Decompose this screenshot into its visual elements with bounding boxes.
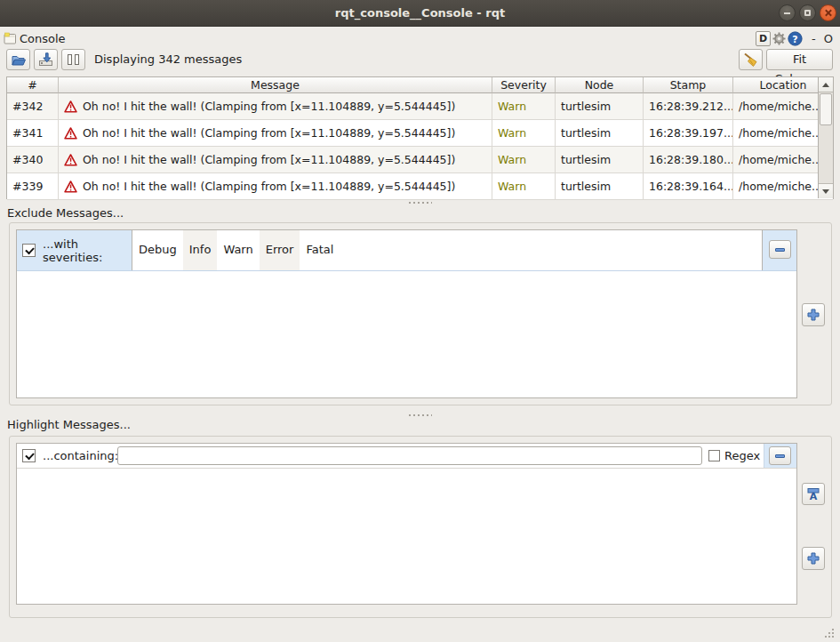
severity-option-warn[interactable]: Warn	[217, 230, 259, 270]
save-messages-button[interactable]	[34, 49, 58, 70]
column-header-message[interactable]: Message	[59, 77, 492, 93]
dock-d-button[interactable]: D	[756, 31, 771, 46]
pause-button[interactable]	[61, 49, 85, 70]
load-messages-button[interactable]	[6, 49, 30, 70]
severity-option-fatal[interactable]: Fatal	[300, 230, 340, 270]
add-highlight-filter-button[interactable]	[802, 547, 825, 570]
arrow-down-icon	[822, 189, 829, 194]
highlight-section-label: Highlight Messages...	[7, 418, 131, 431]
table-row[interactable]: #342 Oh no! I hit the wall! (Clamping fr…	[7, 93, 833, 120]
remove-highlight-filter-button[interactable]	[769, 446, 791, 465]
cell-node: turtlesim	[556, 93, 644, 119]
cell-message: Oh no! I hit the wall! (Clamping from [x…	[59, 147, 492, 173]
window-resize-grip[interactable]	[821, 625, 834, 638]
highlight-a-icon: A	[806, 487, 820, 501]
settings-gear-icon[interactable]	[772, 31, 787, 46]
splitter-dots-icon	[409, 202, 432, 204]
highlight-row-button-cell	[764, 444, 796, 468]
highlight-enabled-checkbox[interactable]	[22, 449, 36, 462]
highlight-filter-list: ...containing: Regex	[16, 443, 797, 605]
column-header-index[interactable]: #	[7, 77, 59, 93]
cell-id: #342	[7, 93, 59, 119]
titlebar[interactable]: rqt_console__Console - rqt	[0, 0, 840, 27]
scrollbar-thumb[interactable]	[820, 93, 832, 125]
severity-option-error[interactable]: Error	[260, 230, 300, 270]
exclude-filter-label: ...with severities:	[43, 237, 132, 264]
table-header: # Message Severity Node Stamp Location	[7, 77, 833, 93]
regex-checkbox[interactable]	[708, 450, 720, 461]
cell-severity: Warn	[492, 173, 556, 199]
minimize-icon	[784, 12, 790, 14]
severity-option-info[interactable]: Info	[183, 230, 218, 270]
fit-columns-button[interactable]: Fit Columns	[766, 49, 833, 70]
column-header-stamp[interactable]: Stamp	[644, 77, 733, 93]
severity-list: Debug Info Warn Error Fatal	[132, 230, 763, 270]
window-title: rqt_console__Console - rqt	[0, 0, 840, 26]
exclude-enabled-checkbox[interactable]	[22, 244, 36, 257]
help-icon[interactable]: ?	[788, 31, 803, 46]
regex-label: Regex	[724, 449, 760, 462]
resize-grip-icon	[832, 636, 834, 638]
clear-messages-button[interactable]	[739, 49, 763, 70]
warning-icon	[64, 100, 77, 113]
cell-severity: Warn	[492, 147, 556, 173]
maximize-button[interactable]	[799, 4, 816, 21]
scroll-up-button[interactable]	[819, 77, 833, 92]
table-row[interactable]: #340 Oh no! I hit the wall! (Clamping fr…	[7, 147, 833, 173]
exclude-group: ...with severities: Debug Info Warn Erro…	[9, 222, 832, 405]
cell-id: #339	[7, 173, 59, 199]
cell-node: turtlesim	[556, 173, 644, 199]
cell-stamp: 16:28:39.197...	[644, 120, 733, 146]
dock-undock-button[interactable]: -	[812, 32, 816, 45]
plus-icon	[807, 552, 820, 565]
cell-severity: Warn	[492, 93, 556, 119]
column-header-node[interactable]: Node	[556, 77, 644, 93]
arrow-up-icon	[822, 83, 829, 87]
exclude-filter-list: ...with severities: Debug Info Warn Erro…	[16, 229, 797, 398]
message-text: Oh no! I hit the wall! (Clamping from [x…	[83, 93, 455, 119]
message-text: Oh no! I hit the wall! (Clamping from [x…	[83, 147, 455, 173]
minus-icon	[775, 248, 785, 252]
cell-severity: Warn	[492, 120, 556, 146]
highlight-text-input[interactable]	[117, 446, 702, 465]
window-controls	[779, 4, 836, 21]
table-row[interactable]: #339 Oh no! I hit the wall! (Clamping fr…	[7, 173, 833, 200]
warning-icon	[64, 127, 77, 140]
remove-exclude-filter-button[interactable]	[769, 240, 791, 259]
message-table: # Message Severity Node Stamp Location #…	[6, 76, 834, 199]
cell-id: #341	[7, 120, 59, 146]
cell-message: Oh no! I hit the wall! (Clamping from [x…	[59, 120, 492, 146]
svg-text:?: ?	[792, 34, 797, 45]
close-button[interactable]	[820, 4, 836, 21]
rqt-window: rqt_console__Console - rqt Console D ? -…	[0, 0, 840, 642]
cell-message: Oh no! I hit the wall! (Clamping from [x…	[59, 173, 492, 199]
highlight-color-button[interactable]: A	[802, 483, 825, 505]
splitter-handle[interactable]	[0, 199, 840, 205]
cell-message: Oh no! I hit the wall! (Clamping from [x…	[59, 93, 492, 119]
cell-stamp: 16:28:39.180...	[644, 147, 733, 173]
severity-option-debug[interactable]: Debug	[132, 230, 183, 270]
warning-icon	[64, 154, 77, 166]
cell-id: #340	[7, 147, 59, 173]
column-header-severity[interactable]: Severity	[492, 77, 556, 93]
highlight-group: ...containing: Regex A	[9, 436, 832, 618]
message-text: Oh no! I hit the wall! (Clamping from [x…	[83, 173, 455, 199]
cell-node: turtlesim	[556, 120, 644, 146]
scroll-down-button[interactable]	[819, 183, 833, 198]
minus-icon	[775, 454, 785, 458]
table-row[interactable]: #341 Oh no! I hit the wall! (Clamping fr…	[7, 120, 833, 147]
exclude-severity-filter-row[interactable]: ...with severities: Debug Info Warn Erro…	[17, 230, 796, 271]
table-scrollbar[interactable]	[818, 77, 833, 198]
pause-icon	[68, 54, 79, 65]
exclude-section-label: Exclude Messages...	[7, 206, 124, 220]
dock-close-button[interactable]: O	[824, 32, 833, 45]
splitter-handle[interactable]	[0, 412, 840, 418]
cell-stamp: 16:28:39.212...	[644, 93, 733, 119]
cell-stamp: 16:28:39.164...	[644, 173, 733, 199]
minimize-button[interactable]	[779, 4, 796, 21]
add-exclude-filter-button[interactable]	[802, 303, 825, 326]
splitter-dots-icon	[409, 414, 432, 416]
open-folder-icon	[11, 53, 27, 67]
highlight-containing-filter-row[interactable]: ...containing: Regex	[17, 444, 796, 469]
save-download-icon	[38, 52, 53, 67]
